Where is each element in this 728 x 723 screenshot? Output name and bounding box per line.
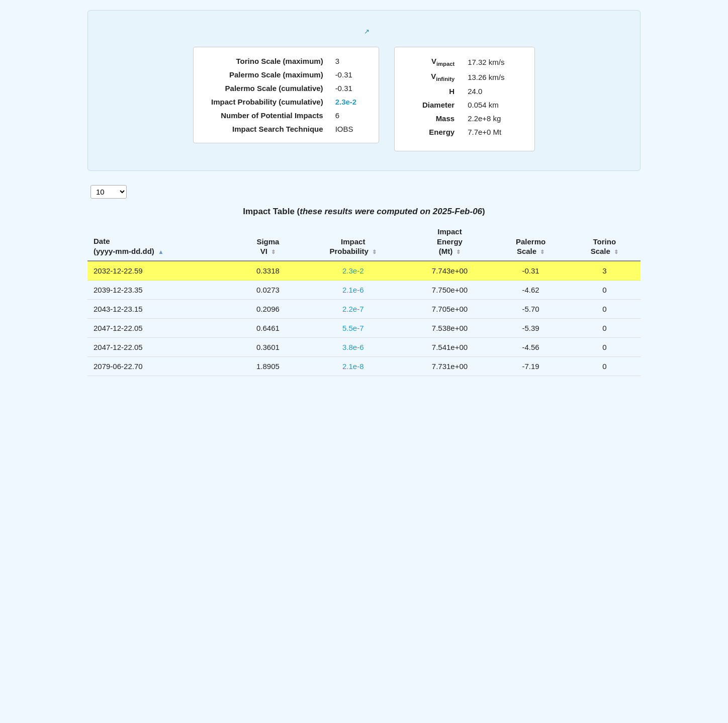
impact-table-title: Impact Table (these results were compute…: [87, 207, 641, 217]
left-table-row: Palermo Scale (cumulative)-0.31: [204, 81, 369, 95]
right-table-value: 0.054 km: [460, 98, 524, 112]
table-cell-1-4: -4.62: [493, 280, 569, 299]
impact-table-section: Impact Table (these results were compute…: [87, 207, 641, 376]
sort-asc-icon: ▲: [158, 248, 164, 256]
left-table-row: Impact Search TechniqueIOBS: [204, 122, 369, 136]
left-table-label: Palermo Scale (maximum): [204, 68, 327, 81]
table-cell-1-1: 0.0273: [236, 280, 300, 299]
left-table-label: Palermo Scale (cumulative): [204, 81, 327, 95]
right-table-label: H: [405, 84, 460, 98]
table-cell-4-5: 0: [569, 337, 641, 356]
table-row: 2079-06-22.701.89052.1e-87.731e+00-7.190: [87, 356, 641, 376]
right-table-label: Mass: [405, 112, 460, 125]
left-summary-table: Torino Scale (maximum)3Palermo Scale (ma…: [204, 54, 369, 136]
table-cell-1-0: 2039-12-23.35: [87, 280, 236, 299]
table-cell-2-3: 7.705e+00: [406, 299, 493, 318]
table-cell-3-3: 7.538e+00: [406, 318, 493, 337]
table-col-header-1[interactable]: SigmaVI ⇕: [236, 223, 300, 261]
table-cell-5-3: 7.731e+00: [406, 356, 493, 376]
table-cell-4-3: 7.541e+00: [406, 337, 493, 356]
left-table-value: -0.31: [327, 81, 369, 95]
sort-both-icon: ⇕: [614, 248, 618, 255]
right-table-label: Vimpact: [405, 54, 460, 69]
table-cell-0-3: 7.743e+00: [406, 261, 493, 281]
table-cell-1-2: 2.1e-6: [300, 280, 406, 299]
left-table-value: IOBS: [327, 122, 369, 136]
page-container: ↗ Torino Scale (maximum)3Palermo Scale (…: [87, 10, 641, 376]
sort-both-icon: ⇕: [271, 248, 276, 255]
right-table-label: Diameter: [405, 98, 460, 112]
table-cell-4-4: -4.56: [493, 337, 569, 356]
table-cell-5-2: 2.1e-8: [300, 356, 406, 376]
table-cell-3-1: 0.6461: [236, 318, 300, 337]
left-table-value: 6: [327, 109, 369, 122]
impact-table: Date(yyyy-mm-dd.dd) ▲SigmaVI ⇕ImpactProb…: [87, 223, 641, 376]
orbit-details-link[interactable]: ↗: [362, 28, 370, 35]
right-table-value: 13.26 km/s: [460, 69, 524, 84]
table-cell-5-5: 0: [569, 356, 641, 376]
table-row: 2039-12-23.350.02732.1e-67.750e+00-4.620: [87, 280, 641, 299]
left-summary-box: Torino Scale (maximum)3Palermo Scale (ma…: [193, 47, 379, 143]
table-title-suffix: ): [482, 207, 485, 216]
table-header-row: Date(yyyy-mm-dd.dd) ▲SigmaVI ⇕ImpactProb…: [87, 223, 641, 261]
left-table-value: 3: [327, 54, 369, 68]
table-cell-3-4: -5.39: [493, 318, 569, 337]
table-cell-2-5: 0: [569, 299, 641, 318]
right-table-value: 2.2e+8 kg: [460, 112, 524, 125]
right-table-value: 7.7e+0 Mt: [460, 125, 524, 139]
right-table-label: Energy: [405, 125, 460, 139]
table-cell-4-2: 3.8e-6: [300, 337, 406, 356]
table-cell-5-0: 2079-06-22.70: [87, 356, 236, 376]
table-cell-5-4: -7.19: [493, 356, 569, 376]
table-col-header-4[interactable]: PalermoScale ⇕: [493, 223, 569, 261]
left-table-label: Number of Potential Impacts: [204, 109, 327, 122]
table-cell-0-5: 3: [569, 261, 641, 281]
table-cell-2-2: 2.2e-7: [300, 299, 406, 318]
table-cell-0-4: -0.31: [493, 261, 569, 281]
left-table-row: Number of Potential Impacts6: [204, 109, 369, 122]
table-col-header-3[interactable]: ImpactEnergy(Mt) ⇕: [406, 223, 493, 261]
page-title: ↗: [103, 23, 625, 37]
table-title-italic: these results were computed on 2025-Feb-…: [300, 207, 482, 216]
left-table-label: Impact Probability (cumulative): [204, 95, 327, 109]
left-table-row: Impact Probability (cumulative)2.3e-2: [204, 95, 369, 109]
table-title-prefix: Impact Table (: [243, 207, 300, 216]
table-cell-2-0: 2043-12-23.15: [87, 299, 236, 318]
right-table-row: Diameter0.054 km: [405, 98, 524, 112]
table-cell-0-1: 0.3318: [236, 261, 300, 281]
table-row: 2043-12-23.150.20962.2e-77.705e+00-5.700: [87, 299, 641, 318]
table-cell-2-1: 0.2096: [236, 299, 300, 318]
table-col-header-5[interactable]: TorinoScale ⇕: [569, 223, 641, 261]
table-cell-3-2: 5.5e-7: [300, 318, 406, 337]
table-row: 2047-12-22.050.64615.5e-77.538e+00-5.390: [87, 318, 641, 337]
left-table-value: -0.31: [327, 68, 369, 81]
right-table-row: Vinfinity13.26 km/s: [405, 69, 524, 84]
right-table-label: Vinfinity: [405, 69, 460, 84]
table-cell-1-3: 7.750e+00: [406, 280, 493, 299]
left-table-label: Torino Scale (maximum): [204, 54, 327, 68]
right-table-row: Mass2.2e+8 kg: [405, 112, 524, 125]
left-table-row: Torino Scale (maximum)3: [204, 54, 369, 68]
left-table-value: 2.3e-2: [327, 95, 369, 109]
right-table-row: Vimpact17.32 km/s: [405, 54, 524, 69]
table-col-header-0[interactable]: Date(yyyy-mm-dd.dd) ▲: [87, 223, 236, 261]
table-cell-3-5: 0: [569, 318, 641, 337]
table-cell-1-5: 0: [569, 280, 641, 299]
table-cell-0-2: 2.3e-2: [300, 261, 406, 281]
right-summary-box: Vimpact17.32 km/sVinfinity13.26 km/sH24.…: [394, 47, 535, 151]
right-table-row: H24.0: [405, 84, 524, 98]
left-table-row: Palermo Scale (maximum)-0.31: [204, 68, 369, 81]
table-cell-5-1: 1.8905: [236, 356, 300, 376]
table-cell-4-0: 2047-12-22.05: [87, 337, 236, 356]
sort-both-icon: ⇕: [456, 248, 461, 255]
sort-both-icon: ⇕: [540, 248, 544, 255]
summary-card: ↗ Torino Scale (maximum)3Palermo Scale (…: [87, 10, 641, 171]
entries-select[interactable]: 102550100: [90, 185, 127, 199]
table-row: 2032-12-22.590.33182.3e-27.743e+00-0.313: [87, 261, 641, 281]
table-cell-2-4: -5.70: [493, 299, 569, 318]
table-col-header-2[interactable]: ImpactProbability ⇕: [300, 223, 406, 261]
table-cell-4-1: 0.3601: [236, 337, 300, 356]
right-table-value: 24.0: [460, 84, 524, 98]
right-summary-table: Vimpact17.32 km/sVinfinity13.26 km/sH24.…: [405, 54, 524, 139]
table-cell-0-0: 2032-12-22.59: [87, 261, 236, 281]
